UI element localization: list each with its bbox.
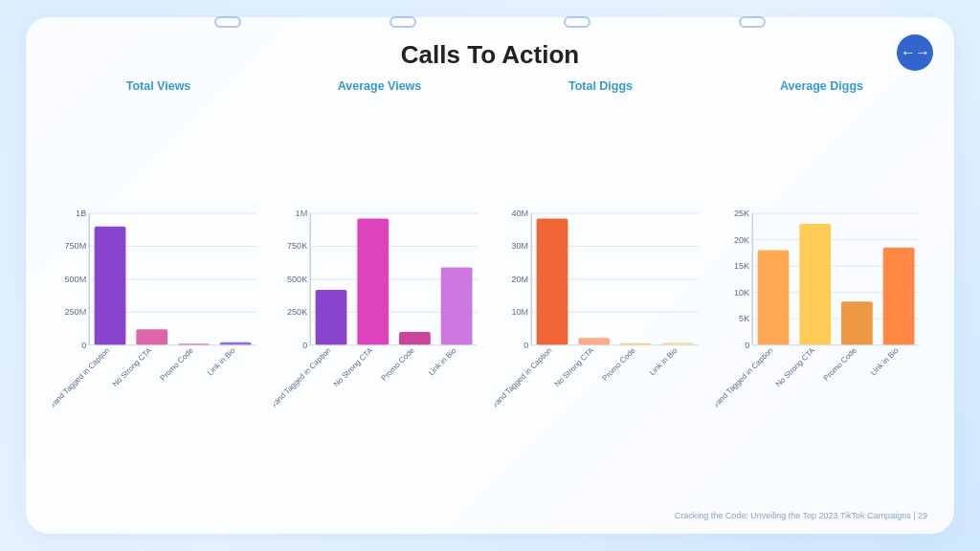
x-label-0-1: No Strong CTA: [111, 345, 154, 388]
x-label-3-2: Promo Code: [822, 345, 859, 383]
main-card: ←→ Calls To Action Total Views0250M500M7…: [26, 17, 954, 534]
chart-title-2: Total Diggs: [568, 79, 633, 93]
x-label-1-3: Link in Bio: [427, 345, 458, 377]
bar-3-0: [758, 251, 790, 345]
bar-0-3: [220, 342, 252, 345]
logo-icon: ←→: [897, 34, 933, 71]
x-label-2-3: Link in Bio: [648, 345, 679, 377]
x-label-2-0: Brand Tagged in Caption: [495, 346, 553, 412]
svg-text:750M: 750M: [65, 242, 87, 252]
bar-0-0: [95, 227, 126, 345]
hole-4: [739, 16, 766, 28]
hole-3: [564, 16, 590, 28]
chart-svg-3: 05K10K15K20K25KBrand Tagged in CaptionNo…: [716, 97, 927, 507]
x-label-0-3: Link in Bio: [206, 345, 237, 377]
svg-text:30M: 30M: [512, 242, 529, 252]
chart-title-1: Average Views: [338, 79, 422, 93]
svg-text:500M: 500M: [65, 275, 87, 284]
chart-svg-2: 010M20M30M40MBrand Tagged in CaptionNo S…: [495, 97, 706, 507]
chart-title-3: Average Diggs: [780, 79, 863, 93]
svg-text:10K: 10K: [734, 288, 749, 298]
bar-2-3: [662, 342, 694, 345]
svg-text:750K: 750K: [287, 242, 307, 252]
bar-2-0: [537, 219, 568, 345]
x-label-1-0: Brand Tagged in Caption: [274, 346, 332, 412]
svg-text:15K: 15K: [734, 261, 749, 271]
bar-0-1: [136, 329, 167, 345]
x-label-2-2: Promo Code: [601, 345, 638, 383]
chart-avg-diggs: Average Diggs05K10K15K20K25KBrand Tagged…: [716, 79, 927, 507]
charts-row: Total Views0250M500M750M1BBrand Tagged i…: [53, 79, 927, 507]
chart-total-views: Total Views0250M500M750M1BBrand Tagged i…: [53, 79, 264, 507]
x-label-1-1: No Strong CTA: [332, 345, 375, 388]
x-label-3-3: Link in Bio: [869, 345, 901, 377]
x-label-0-2: Promo Code: [159, 345, 196, 383]
svg-text:5K: 5K: [739, 314, 749, 323]
bar-3-3: [883, 248, 915, 345]
bar-2-1: [578, 338, 610, 345]
svg-text:25K: 25K: [734, 209, 749, 218]
bar-3-2: [841, 301, 873, 344]
hole-1: [214, 16, 241, 28]
chart-total-diggs: Total Diggs010M20M30M40MBrand Tagged in …: [495, 79, 706, 507]
chart-area-0: 0250M500M750M1BBrand Tagged in CaptionNo…: [53, 97, 264, 507]
bar-3-1: [799, 224, 831, 345]
chart-svg-1: 0250K500K750K1MBrand Tagged in CaptionNo…: [274, 97, 485, 507]
x-label-2-1: No Strong CTA: [553, 345, 596, 388]
svg-text:0: 0: [523, 341, 528, 350]
footer-text: Cracking the Code: Unveiling the Top 202…: [53, 511, 927, 520]
svg-text:250M: 250M: [65, 307, 87, 317]
x-label-0-0: Brand Tagged in Caption: [53, 346, 111, 412]
svg-text:0: 0: [302, 341, 307, 350]
svg-text:40M: 40M: [512, 209, 529, 218]
bar-1-3: [441, 268, 473, 345]
chart-svg-0: 0250M500M750M1BBrand Tagged in CaptionNo…: [53, 97, 264, 507]
svg-text:1M: 1M: [296, 209, 308, 218]
svg-text:20K: 20K: [734, 235, 749, 245]
bar-1-1: [357, 219, 389, 345]
chart-area-3: 05K10K15K20K25KBrand Tagged in CaptionNo…: [716, 97, 927, 507]
chart-avg-views: Average Views0250K500K750K1MBrand Tagged…: [274, 79, 485, 507]
x-label-1-2: Promo Code: [380, 345, 417, 383]
svg-text:10M: 10M: [512, 307, 529, 317]
x-label-3-1: No Strong CTA: [774, 345, 817, 388]
svg-text:0: 0: [745, 341, 749, 350]
svg-text:500K: 500K: [287, 275, 307, 284]
chart-area-1: 0250K500K750K1MBrand Tagged in CaptionNo…: [274, 97, 485, 507]
svg-text:0: 0: [81, 341, 86, 350]
svg-text:250K: 250K: [287, 307, 307, 317]
page-title: Calls To Action: [53, 40, 927, 70]
bar-1-2: [399, 332, 431, 345]
hole-2: [390, 16, 416, 28]
bar-1-0: [316, 290, 347, 345]
x-label-3-0: Brand Tagged in Caption: [716, 346, 774, 412]
chart-title-0: Total Views: [126, 79, 191, 93]
svg-text:20M: 20M: [512, 275, 529, 284]
chart-area-2: 010M20M30M40MBrand Tagged in CaptionNo S…: [495, 97, 706, 507]
svg-text:1B: 1B: [76, 209, 86, 218]
binder-holes: [26, 17, 954, 28]
